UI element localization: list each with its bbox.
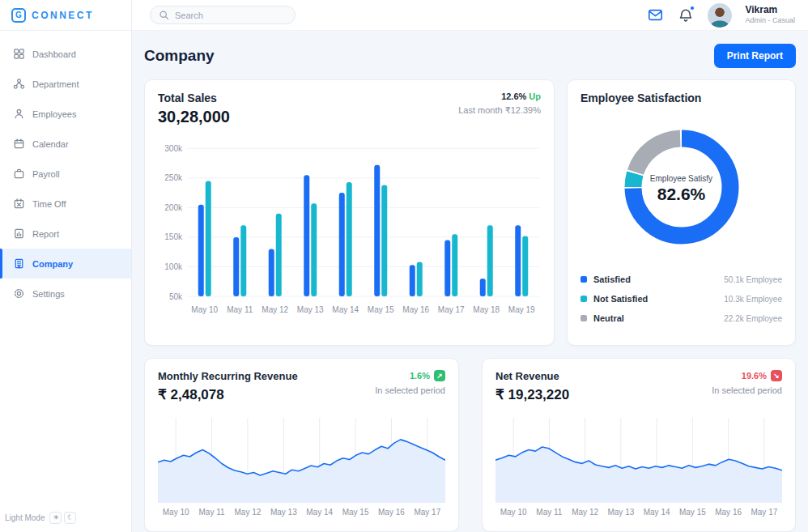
user-info[interactable]: Vikram Admin - Casual [745,4,795,25]
legend-value: 50.1k Employee [724,275,782,284]
net-revenue-x-labels: May 10May 11May 12May 13May 14May 15May … [495,508,782,517]
user-role: Admin - Casual [745,16,795,25]
net-revenue-card: Net Revenue ₹ 19,23,220 19.6% ↘ In selec… [482,358,796,532]
search-input[interactable] [175,11,287,20]
sidebar-item-label: Company [32,259,73,269]
mrr-card: Monthly Recurring Revenue ₹ 2,48,078 1.6… [144,358,459,532]
x-axis-label: May 14 [302,508,338,517]
sidebar-item-settings[interactable]: Settings [0,279,131,309]
sidebar-nav: DashboardDepartmentEmployeesCalendarPayr… [0,31,131,505]
employee-satisfaction-card: Employee Satisfaction Employee Satisfy 8… [567,79,796,346]
dashboard-icon [13,48,25,60]
sidebar-item-report[interactable]: Report [0,219,131,249]
total-sales-title: Total Sales [158,92,230,104]
x-axis-label: May 13 [603,508,639,517]
legend-swatch [580,315,587,321]
trend-up-icon: ↗ [434,370,445,381]
satisfaction-legend: Satisfied50.1k EmployeeNot Satisfied10.3… [580,275,782,323]
employees-icon [13,108,25,120]
bell-icon[interactable] [677,6,695,24]
mrr-change: 1.6% ↗ [375,370,445,381]
trend-down-icon: ↘ [771,370,782,381]
x-axis-label: May 14 [639,508,674,517]
donut-center-label: Employee Satisfy [650,174,712,183]
mrr-x-labels: May 10May 11May 12May 13May 14May 15May … [158,508,445,517]
sidebar-item-payroll[interactable]: Payroll [0,159,131,189]
topbar: Vikram Admin - Casual [132,0,808,31]
net-revenue-subtext: In selected period [712,385,782,395]
x-axis-label: May 10 [158,508,193,517]
legend-swatch [580,296,587,302]
donut-center-value: 82.6% [657,185,706,204]
legend-swatch [580,276,587,283]
legend-label: Not Satisfied [593,294,648,304]
logo: G CONNECT [0,0,131,31]
legend-row: Not Satisfied10.3k Employee [580,294,782,304]
mrr-title: Monthly Recurring Revenue [158,370,298,382]
svg-text:May 14: May 14 [332,305,359,314]
total-sales-subtext: Last month ₹12.39% [458,105,541,116]
svg-text:300k: 300k [164,144,183,153]
svg-text:150k: 150k [164,232,183,241]
sidebar-item-company[interactable]: Company [0,249,131,279]
print-report-button[interactable]: Print Report [714,44,796,68]
legend-value: 22.2k Employee [724,314,782,323]
legend-label: Satisfied [593,275,631,284]
sidebar-item-calendar[interactable]: Calendar [0,129,131,159]
x-axis-label: May 15 [338,508,373,517]
search-box[interactable] [150,6,296,24]
x-axis-label: May 17 [746,508,782,517]
total-sales-card: Total Sales 30,28,000 12.6%Up Last month… [144,79,555,346]
moon-icon[interactable]: ☾ [64,512,76,524]
report-icon [13,228,25,240]
sidebar-item-label: Dashboard [32,49,76,59]
sidebar-item-label: Department [32,79,79,89]
svg-text:May 13: May 13 [297,305,324,314]
sun-icon[interactable]: ☀ [49,512,62,524]
x-axis-label: May 10 [495,508,531,517]
x-axis-label: May 11 [531,508,567,517]
total-sales-change: 12.6%Up [458,92,541,101]
sidebar-item-department[interactable]: Department [0,69,131,99]
svg-text:200k: 200k [164,203,183,212]
sidebar: G CONNECT DashboardDepartmentEmployeesCa… [0,0,132,532]
mail-icon[interactable] [646,6,664,24]
total-sales-value: 30,28,000 [158,108,230,126]
svg-text:May 17: May 17 [438,305,465,314]
main-content: Company Print Report Total Sales 30,28,0… [132,31,808,532]
x-axis-label: May 12 [568,508,603,517]
user-name: Vikram [745,4,795,16]
legend-value: 10.3k Employee [724,295,782,304]
sidebar-item-label: Calendar [32,139,69,149]
sidebar-item-dashboard[interactable]: Dashboard [0,39,131,69]
sidebar-item-label: Report [32,229,59,239]
sidebar-item-employees[interactable]: Employees [0,99,131,129]
net-revenue-value: ₹ 19,23,220 [495,386,569,403]
legend-row: Neutral22.2k Employee [580,313,782,323]
company-icon [13,257,25,270]
x-axis-label: May 12 [230,508,266,517]
light-mode-label: Light Mode [5,513,45,522]
svg-text:May 16: May 16 [402,305,429,314]
calendar-icon [13,138,25,150]
department-icon [13,78,25,90]
svg-text:May 19: May 19 [508,305,535,314]
svg-text:May 15: May 15 [368,305,394,314]
mrr-line-chart [158,415,445,503]
x-axis-label: May 16 [373,508,409,517]
sidebar-item-time-off[interactable]: Time Off [0,189,131,219]
svg-text:May 18: May 18 [473,305,500,314]
svg-text:May 11: May 11 [227,305,253,314]
logo-icon: G [11,8,26,23]
net-revenue-line-chart [495,415,782,503]
avatar[interactable] [708,3,732,28]
timeoff-icon [13,198,25,210]
svg-text:100k: 100k [164,262,183,271]
x-axis-label: May 13 [266,508,301,517]
net-revenue-title: Net Revenue [495,370,569,382]
mrr-subtext: In selected period [375,385,445,395]
total-sales-bar-chart: 300k250k200k150k100k50kMay 10May 11May 1… [158,134,541,322]
theme-switcher: Light Mode ☀ ☾ [0,505,131,532]
legend-row: Satisfied50.1k Employee [580,275,782,284]
x-axis-label: May 17 [410,508,445,517]
